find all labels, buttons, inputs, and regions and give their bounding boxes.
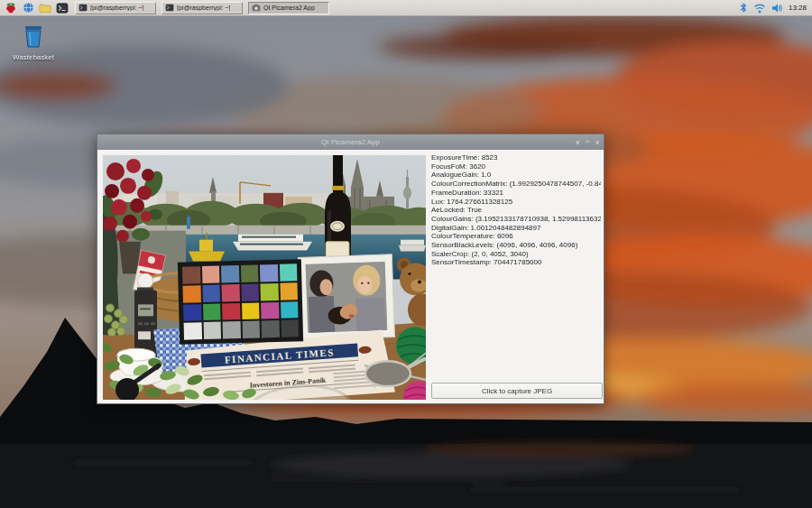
window-body: Erben bbox=[97, 150, 604, 404]
color-checker-patch bbox=[201, 266, 219, 283]
metadata-line: DigitalGain: 1.0012048482894897 bbox=[431, 224, 601, 233]
wastebasket-label: Wastebasket bbox=[5, 53, 61, 61]
color-checker-patch bbox=[261, 301, 279, 319]
metadata-line: SensorBlackLevels: (4096, 4096, 4096, 40… bbox=[431, 241, 601, 250]
terminal-icon bbox=[165, 4, 174, 12]
metadata-line: AeLocked: True bbox=[431, 206, 601, 215]
wifi-icon[interactable] bbox=[753, 3, 766, 14]
color-checker-patch bbox=[183, 304, 201, 321]
metadata-line: ColourTemperature: 6096 bbox=[431, 232, 601, 241]
wastebasket-desktop-icon[interactable]: Wastebasket bbox=[5, 23, 61, 61]
camera-icon bbox=[252, 4, 261, 12]
color-checker-patch bbox=[184, 322, 202, 339]
color-checker-patch bbox=[240, 264, 258, 282]
color-checker-patch bbox=[280, 282, 298, 300]
metadata-line: SensorTimestamp: 704471785000 bbox=[431, 258, 601, 267]
color-checker-patch bbox=[203, 322, 221, 339]
color-checker-patch bbox=[281, 320, 299, 337]
color-checker-patch bbox=[183, 285, 201, 302]
color-checker-patch bbox=[241, 283, 259, 300]
cruise-boat bbox=[233, 235, 312, 251]
color-checker-patch bbox=[221, 284, 239, 301]
camera-preview: Erben bbox=[103, 155, 426, 400]
metadata-line: ColourGains: (3.1952133178710938, 1.5299… bbox=[431, 215, 601, 224]
color-checker-patch bbox=[221, 265, 239, 282]
color-checker-patch bbox=[260, 283, 278, 300]
close-button[interactable]: x bbox=[595, 139, 599, 146]
color-checker-patch bbox=[279, 263, 297, 281]
color-checker-patch bbox=[242, 321, 260, 338]
metadata-panel: ExposureTime: 8523FocusFoM: 3620Analogue… bbox=[431, 153, 601, 370]
taskbar-window-label: [pi@raspberrypi: ~] bbox=[90, 5, 143, 11]
taskbar-window-label: Qt Picamera2 App bbox=[263, 5, 315, 11]
terminal-icon bbox=[78, 4, 88, 12]
taskbar: [pi@raspberrypi: ~] [pi@raspberrypi: ~] … bbox=[0, 0, 812, 16]
teddy-bear bbox=[397, 258, 426, 327]
color-checker-patch bbox=[182, 266, 200, 283]
taskbar-window-terminal-1[interactable]: [pi@raspberrypi: ~] bbox=[75, 2, 156, 14]
taskbar-window-picamera[interactable]: Qt Picamera2 App bbox=[248, 2, 329, 14]
taskbar-window-terminal-2[interactable]: [pi@raspberrypi: ~] bbox=[161, 2, 243, 14]
color-checker-patch bbox=[202, 284, 220, 301]
metadata-line: FrameDuration: 33321 bbox=[431, 189, 601, 198]
photo-frame bbox=[298, 254, 394, 340]
window-titlebar[interactable]: Qt Picamera2 App v ^ x bbox=[97, 134, 604, 150]
terminal-launcher-icon[interactable] bbox=[55, 1, 69, 15]
color-checker-patch bbox=[262, 320, 280, 337]
color-checker-patch bbox=[281, 301, 299, 319]
raspberry-menu-icon[interactable] bbox=[4, 1, 18, 15]
wastebasket-icon bbox=[22, 23, 45, 49]
picamera2-window: Qt Picamera2 App v ^ x bbox=[97, 134, 604, 404]
volume-icon[interactable] bbox=[771, 3, 783, 14]
color-checker-patch bbox=[223, 321, 241, 338]
metadata-line: ExposureTime: 8523 bbox=[431, 153, 601, 162]
clock[interactable]: 13:28 bbox=[789, 4, 807, 12]
maximize-button[interactable]: ^ bbox=[586, 139, 589, 146]
metadata-line: ColourCorrectionMatrix: (1.9929250478744… bbox=[431, 180, 601, 189]
metadata-line: FocusFoM: 3620 bbox=[431, 162, 601, 171]
color-checker bbox=[178, 259, 303, 345]
file-manager-icon[interactable] bbox=[38, 1, 52, 15]
small-boat bbox=[399, 240, 426, 252]
metadata-line: Lux: 1764.276611328125 bbox=[431, 198, 601, 207]
bluetooth-icon[interactable] bbox=[739, 2, 748, 14]
color-checker-patch bbox=[222, 303, 240, 320]
taskbar-window-label: [pi@raspberrypi: ~] bbox=[177, 5, 230, 11]
capture-jpeg-button[interactable]: Click to capture JPEG bbox=[431, 383, 603, 399]
color-checker-patch bbox=[203, 303, 221, 320]
metadata-line: ScalerCrop: (2, 0, 4052, 3040) bbox=[431, 250, 601, 259]
metadata-line: AnalogueGain: 1.0 bbox=[431, 171, 601, 180]
window-title: Qt Picamera2 App bbox=[321, 138, 380, 146]
color-checker-patch bbox=[260, 264, 278, 282]
minimize-button[interactable]: v bbox=[576, 139, 579, 146]
web-browser-icon[interactable] bbox=[21, 1, 35, 15]
system-tray: 13:28 bbox=[739, 2, 808, 14]
color-checker-patch bbox=[242, 302, 260, 319]
